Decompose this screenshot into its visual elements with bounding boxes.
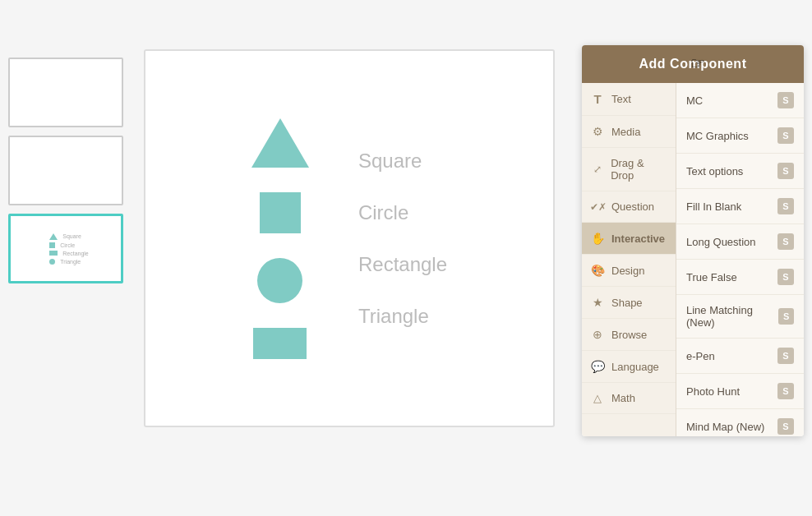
option-fill-blank[interactable]: Fill In Blank S [676, 189, 804, 224]
mini-label-square: Square [62, 233, 81, 239]
nav-interactive-label: Interactive [611, 233, 665, 245]
option-epen-label: e-Pen [686, 350, 715, 362]
option-mc[interactable]: MC S [676, 83, 804, 118]
shape-circle [257, 258, 302, 303]
browse-icon: ⊕ [590, 328, 605, 341]
option-mind-map-badge: S [777, 418, 794, 435]
option-long-question[interactable]: Long Question S [676, 224, 804, 260]
nav-media-label: Media [611, 126, 640, 138]
option-mind-map-label: Mind Map (New) [686, 421, 764, 433]
shape-triangle [251, 118, 309, 168]
nav-browse-label: Browse [611, 329, 647, 341]
labels-column: Square Circle Rectangle Triangle [358, 150, 447, 328]
thumbnail-1[interactable] [8, 58, 123, 127]
nav-shape-label: Shape [611, 297, 643, 309]
panel-nav: T Text ⚙ Media ⤢ Drag & Drop ✔✗ Question… [582, 83, 676, 436]
option-photo-hunt[interactable]: Photo Hunt S [676, 374, 804, 409]
option-photo-hunt-badge: S [777, 383, 794, 399]
nav-text-label: Text [611, 93, 631, 105]
drag-drop-icon: ⤢ [590, 164, 604, 175]
option-line-matching[interactable]: Line Matching (New) S [676, 295, 804, 339]
mini-label-circle: Circle [60, 242, 75, 248]
panel-body: T Text ⚙ Media ⤢ Drag & Drop ✔✗ Question… [582, 83, 804, 436]
label-square: Square [358, 150, 422, 173]
option-fill-blank-badge: S [777, 198, 794, 214]
nav-interactive[interactable]: ✋ Interactive [582, 223, 676, 255]
option-text-options-badge: S [777, 163, 794, 179]
panel-header: Add Component [582, 45, 804, 83]
option-mc-graphics[interactable]: MC Graphics S [676, 118, 804, 154]
nav-language[interactable]: 💬 Language [582, 351, 676, 383]
panel-title: Add Component [639, 57, 747, 71]
thumbnail-active-content: Square Circle Rectangle Triangle [11, 216, 121, 281]
interactive-icon: ✋ [590, 232, 605, 245]
option-mc-graphics-label: MC Graphics [686, 130, 749, 142]
nav-math-label: Math [611, 392, 635, 404]
option-long-question-badge: S [777, 233, 794, 250]
main-canvas: Square Circle Rectangle Triangle [144, 49, 555, 427]
thumbnail-panel: Square Circle Rectangle Triangle [8, 58, 136, 283]
option-mc-graphics-badge: S [777, 127, 794, 144]
question-icon: ✔✗ [590, 201, 605, 213]
nav-question-label: Question [611, 200, 654, 213]
nav-math[interactable]: △ Math [582, 383, 676, 414]
nav-drag-drop-label: Drag & Drop [611, 157, 667, 182]
option-mc-badge: S [777, 92, 794, 108]
label-circle: Circle [358, 201, 408, 224]
mini-row-4: Triangle [49, 259, 81, 265]
option-epen-badge: S [777, 348, 794, 364]
language-icon: 💬 [590, 360, 605, 373]
option-line-matching-label: Line Matching (New) [686, 304, 778, 329]
mini-shapes: Square Circle Rectangle Triangle [49, 233, 89, 265]
option-true-false-badge: S [777, 269, 794, 285]
mini-row-2: Circle [49, 242, 75, 248]
mini-label-triangle: Triangle [60, 259, 81, 265]
option-mind-map[interactable]: Mind Map (New) S [676, 409, 804, 436]
math-icon: △ [590, 392, 605, 404]
nav-browse[interactable]: ⊕ Browse [582, 319, 676, 351]
label-triangle: Triangle [358, 305, 429, 328]
option-photo-hunt-label: Photo Hunt [686, 385, 740, 398]
shapes-column [251, 118, 309, 359]
shape-icon: ★ [590, 296, 605, 309]
add-component-panel: Add Component T Text ⚙ Media ⤢ Drag & Dr… [582, 45, 804, 436]
nav-design-label: Design [611, 265, 644, 277]
text-icon: T [590, 92, 605, 106]
media-icon: ⚙ [590, 125, 605, 138]
mini-label-rectangle: Rectangle [62, 251, 89, 256]
mini-rect-icon [49, 251, 58, 256]
option-long-question-label: Long Question [686, 236, 756, 248]
nav-media[interactable]: ⚙ Media [582, 116, 676, 148]
panel-options: MC S MC Graphics S Text options S Fill I… [676, 83, 804, 436]
option-true-false[interactable]: True False S [676, 260, 804, 295]
nav-language-label: Language [611, 361, 659, 373]
option-line-matching-badge: S [778, 308, 794, 325]
mini-square-icon [49, 242, 55, 248]
design-icon: 🎨 [590, 264, 605, 277]
shape-rectangle [253, 328, 307, 359]
option-fill-blank-label: Fill In Blank [686, 200, 741, 213]
option-text-options-label: Text options [686, 165, 743, 177]
mini-row-3: Rectangle [49, 251, 89, 256]
label-rectangle: Rectangle [358, 253, 447, 276]
nav-drag-drop[interactable]: ⤢ Drag & Drop [582, 148, 676, 191]
option-text-options[interactable]: Text options S [676, 154, 804, 189]
nav-text[interactable]: T Text [582, 83, 676, 116]
shape-square [260, 192, 301, 233]
mini-circle-icon [49, 259, 55, 265]
nav-question[interactable]: ✔✗ Question [582, 191, 676, 223]
option-epen[interactable]: e-Pen S [676, 339, 804, 374]
option-true-false-label: True False [686, 271, 737, 283]
thumbnail-3-active[interactable]: Square Circle Rectangle Triangle [8, 214, 123, 283]
nav-shape[interactable]: ★ Shape [582, 287, 676, 319]
nav-design[interactable]: 🎨 Design [582, 255, 676, 287]
mini-triangle-icon [49, 233, 58, 240]
mini-row-1: Square [49, 233, 81, 240]
thumbnail-2[interactable] [8, 136, 123, 205]
option-mc-label: MC [686, 94, 703, 107]
